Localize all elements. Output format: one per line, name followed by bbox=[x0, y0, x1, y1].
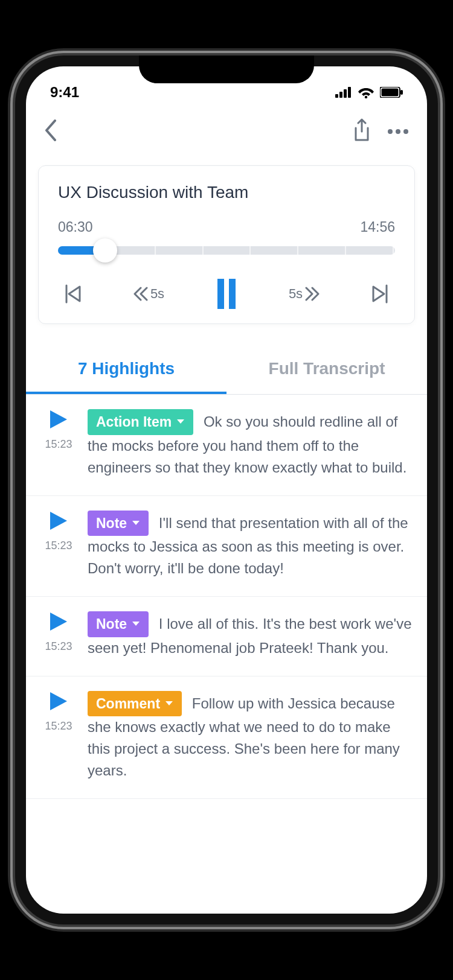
play-button[interactable] bbox=[49, 691, 68, 714]
status-icons bbox=[335, 86, 403, 98]
forward-5s-button[interactable]: 5s bbox=[289, 286, 320, 302]
elapsed-time: 06:30 bbox=[58, 219, 93, 235]
play-button[interactable] bbox=[49, 611, 68, 634]
play-icon bbox=[49, 511, 68, 531]
svg-rect-1 bbox=[339, 92, 342, 98]
play-icon bbox=[49, 691, 68, 711]
item-body: Note I love all of this. It's the best w… bbox=[88, 611, 413, 659]
item-body: Comment Follow up with Jessica because s… bbox=[88, 691, 413, 782]
rewind-icon bbox=[133, 287, 148, 301]
play-button[interactable] bbox=[49, 511, 68, 533]
player-card: UX Discussion with Team 06:30 14:56 5s bbox=[38, 165, 415, 324]
play-button[interactable] bbox=[49, 409, 68, 432]
skip-next-icon bbox=[371, 284, 389, 304]
tag-comment[interactable]: Comment bbox=[88, 691, 182, 717]
next-track-button[interactable] bbox=[371, 284, 389, 304]
rewind-5s-button[interactable]: 5s bbox=[133, 286, 164, 302]
svg-rect-12 bbox=[229, 279, 236, 309]
share-icon bbox=[352, 118, 371, 142]
svg-point-8 bbox=[388, 129, 393, 134]
progress-bar[interactable] bbox=[58, 246, 395, 255]
tag-action[interactable]: Action Item bbox=[88, 409, 193, 435]
tag-label: Comment bbox=[96, 693, 160, 714]
tab-highlights[interactable]: 7 Highlights bbox=[26, 346, 226, 394]
chevron-down-icon bbox=[165, 701, 173, 707]
item-left: 15:23 bbox=[40, 691, 77, 782]
play-icon bbox=[49, 611, 68, 632]
total-time: 14:56 bbox=[360, 219, 395, 235]
chevron-down-icon bbox=[132, 621, 140, 627]
item-body: Note I'll send that presentation with al… bbox=[88, 511, 413, 580]
tag-label: Note bbox=[96, 614, 127, 635]
svg-rect-7 bbox=[400, 90, 403, 95]
tag-label: Note bbox=[96, 513, 127, 534]
prev-track-button[interactable] bbox=[64, 284, 82, 304]
skip-previous-icon bbox=[64, 284, 82, 304]
tag-note[interactable]: Note bbox=[88, 611, 149, 637]
item-left: 15:23 bbox=[40, 511, 77, 580]
forward-label: 5s bbox=[289, 286, 303, 302]
chevron-left-icon bbox=[44, 119, 57, 141]
cellular-icon bbox=[335, 87, 352, 98]
phone-frame: 9:41 UX Discussion with Team bbox=[15, 56, 438, 924]
tab-transcript[interactable]: Full Transcript bbox=[226, 346, 427, 394]
highlight-item: 15:23 Action Item Ok so you should redli… bbox=[26, 395, 427, 496]
nav-bar bbox=[26, 107, 427, 156]
tag-note[interactable]: Note bbox=[88, 511, 149, 536]
highlight-list[interactable]: 15:23 Action Item Ok so you should redli… bbox=[26, 395, 427, 877]
notch bbox=[139, 56, 314, 83]
status-time: 9:41 bbox=[50, 84, 79, 101]
wifi-icon bbox=[358, 86, 374, 98]
svg-point-10 bbox=[403, 129, 408, 134]
highlight-item: 15:23 Comment Follow up with Jessica bec… bbox=[26, 676, 427, 800]
svg-rect-0 bbox=[335, 94, 338, 98]
screen: 9:41 UX Discussion with Team bbox=[26, 66, 427, 914]
item-left: 15:23 bbox=[40, 409, 77, 479]
share-button[interactable] bbox=[352, 118, 371, 145]
highlight-item: 15:23 Note I'll send that presentation w… bbox=[26, 496, 427, 597]
back-button[interactable] bbox=[44, 119, 57, 144]
progress-thumb[interactable] bbox=[93, 238, 117, 262]
tag-label: Action Item bbox=[96, 412, 172, 433]
pause-icon bbox=[216, 279, 237, 309]
battery-icon bbox=[380, 87, 403, 98]
svg-rect-3 bbox=[348, 87, 351, 98]
player-title: UX Discussion with Team bbox=[58, 183, 395, 202]
more-button[interactable] bbox=[387, 126, 409, 137]
highlight-item: 15:23 Note I love all of this. It's the … bbox=[26, 597, 427, 676]
rewind-label: 5s bbox=[150, 286, 164, 302]
timestamp: 15:23 bbox=[45, 438, 72, 451]
item-body: Action Item Ok so you should redline all… bbox=[88, 409, 413, 479]
chevron-down-icon bbox=[176, 419, 185, 425]
forward-icon bbox=[305, 287, 320, 301]
more-icon bbox=[387, 129, 409, 135]
svg-point-4 bbox=[365, 96, 367, 98]
timestamp: 15:23 bbox=[45, 539, 72, 552]
svg-rect-11 bbox=[217, 279, 224, 309]
timestamp: 15:23 bbox=[45, 720, 72, 733]
pause-button[interactable] bbox=[216, 279, 237, 309]
chevron-down-icon bbox=[132, 520, 140, 526]
time-row: 06:30 14:56 bbox=[58, 219, 395, 235]
item-left: 15:23 bbox=[40, 611, 77, 659]
tabs: 7 Highlights Full Transcript bbox=[26, 346, 427, 395]
play-icon bbox=[49, 409, 68, 430]
svg-point-9 bbox=[396, 129, 400, 134]
player-controls: 5s 5s bbox=[58, 279, 395, 309]
timestamp: 15:23 bbox=[45, 640, 72, 653]
svg-rect-6 bbox=[382, 89, 399, 97]
svg-rect-2 bbox=[344, 89, 347, 98]
